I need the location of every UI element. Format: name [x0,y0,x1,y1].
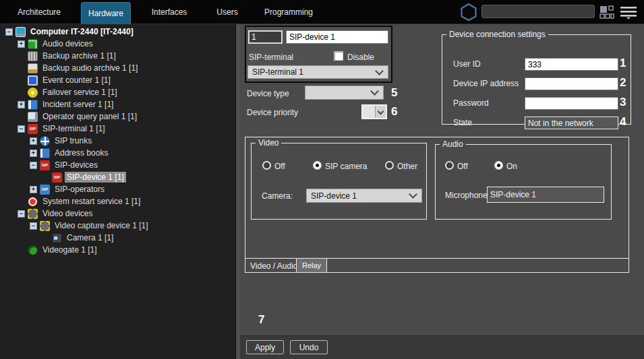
tree-item-system-restart-service-1-1[interactable]: System restart service 1 [1] [0,195,235,207]
tree-item-label[interactable]: Failover service 1 [1] [40,87,119,98]
tree-item-sip-trunks[interactable]: +SIP trunks [0,135,235,147]
hamburger-menu-icon[interactable] [620,5,637,20]
audio-on-radio[interactable] [494,161,503,170]
tree-item-label[interactable]: SIP-devices [53,160,100,170]
expand-icon[interactable]: + [30,137,37,145]
tab-programming[interactable]: Programming [262,7,316,17]
device-type-select[interactable] [305,86,384,100]
tree-item-label[interactable]: Event counter 1 [1] [40,75,113,86]
tree-item-videogate-1-1[interactable]: Videogate 1 [1] [0,244,235,256]
tree-item-incident-server-1-1[interactable]: +Incident server 1 [1] [0,98,235,110]
tree-item-label[interactable]: SIP-terminal 1 [1] [40,123,107,134]
tree-item-label[interactable]: SIP trunks [53,135,94,146]
dropdown-button[interactable] [375,106,386,118]
apply-button[interactable]: Apply [246,340,284,354]
tree-item-label[interactable]: SIP-operators [53,184,107,195]
tab-interfaces[interactable]: Interfaces [142,7,197,17]
chevron-down-icon [370,87,379,96]
tree-item-video-capture-device-1-1[interactable]: −Video capture device 1 [1] [0,220,235,232]
tree-item-camera-1-1[interactable]: Camera 1 [1] [0,232,235,244]
tree-item-label[interactable]: Computer IT-2440 [IT-2440] [28,26,136,37]
device-ip-field[interactable] [525,77,618,90]
video-sip-camera-radio[interactable] [313,161,322,170]
video-sip-camera-label: SIP camera [325,162,367,171]
tree-item-sip-devices[interactable]: −SIP-devices [0,159,235,171]
collapse-icon[interactable]: − [18,210,25,218]
disable-label: Disable [347,53,374,62]
video-off-label: Off [274,162,285,171]
tree-item-backup-audio-archive-1-1[interactable]: Backup audio archive 1 [1] [0,62,235,74]
tree-item-sip-device-1-1[interactable]: SIP-device 1 [1] [0,171,235,183]
tab-users[interactable]: Users [210,7,245,17]
chip-icon [28,209,38,219]
camera-value: SIP-device 1 [311,191,357,201]
tree-item-label[interactable]: System restart service 1 [1] [40,196,142,207]
camera-select[interactable]: SIP-device 1 [306,189,422,203]
tree-item-video-devices[interactable]: −Video devices [0,207,235,220]
tree-item-computer-it-2440-it-2440[interactable]: −Computer IT-2440 [IT-2440] [0,26,235,38]
collapse-icon[interactable]: − [18,125,25,133]
failover-icon [28,88,38,98]
tree-item-address-books[interactable]: +Address books [0,147,235,159]
hexagon-logo-icon [460,3,477,22]
callout-7: 7 [258,313,264,327]
collapse-icon[interactable]: − [30,222,37,230]
tree-item-label[interactable]: SIP-device 1 [1] [65,172,126,183]
video-group: Video Off SIP camera Other Camera: SIP-d… [251,138,427,220]
tree-item-label[interactable]: Video capture device 1 [1] [53,220,150,231]
video-off-radio[interactable] [262,161,271,170]
computer-icon [16,27,26,37]
object-id-field[interactable] [248,30,283,44]
tab-relay[interactable]: Relay [296,258,327,273]
tree-item-label[interactable]: Camera 1 [1] [65,232,115,243]
tree-item-label[interactable]: Video devices [40,208,95,219]
event-counter-icon [28,75,38,86]
tree-item-backup-archive-1-1[interactable]: Backup archive 1 [1] [0,50,235,62]
microphone-label: Microphone: [445,191,490,200]
tree-item-label[interactable]: Backup audio archive 1 [1] [40,63,140,73]
tab-page: Video Off SIP camera Other Camera: SIP-d… [245,137,629,273]
video-other-radio[interactable] [385,161,394,170]
tab-architecture[interactable]: Architecture [13,7,65,17]
user-id-field[interactable] [525,58,618,71]
tree-item-label[interactable]: Incident server 1 [1] [40,99,115,110]
collapse-icon[interactable]: − [30,162,37,169]
layout-grid-icon[interactable] [599,5,614,19]
globe-icon [40,136,50,146]
tree-item-label[interactable]: Address books [53,148,110,158]
undo-button[interactable]: Undo [290,340,328,354]
tree-item-label[interactable]: Videogate 1 [1] [40,244,99,255]
panel-splitter[interactable] [235,24,240,359]
expand-icon[interactable]: + [18,101,25,108]
audio-card-icon [28,39,38,49]
microphone-value: SIP-device 1 [487,187,604,203]
chip-icon [40,221,50,231]
tree-item-label[interactable]: Operator query panel 1 [1] [40,111,139,122]
tree-item-failover-service-1-1[interactable]: Failover service 1 [1] [0,86,235,98]
expand-icon[interactable]: + [30,186,37,193]
audio-off-radio[interactable] [445,161,454,170]
tree-item-audio-devices[interactable]: +Audio devices [0,38,235,50]
device-priority-select[interactable] [361,104,387,119]
tree-item-event-counter-1-1[interactable]: Event counter 1 [1] [0,74,235,86]
password-field[interactable] [525,97,618,110]
book-icon [40,148,50,158]
parent-terminal-select[interactable]: SIP-terminal 1 [247,65,388,79]
tree-item-sip-terminal-1-1[interactable]: −SIP-terminal 1 [1] [0,123,235,135]
expand-icon[interactable]: + [18,40,25,48]
videogate-icon [28,245,38,255]
tree-item-sip-operators[interactable]: +SIP-operators [0,183,235,195]
search-input[interactable] [481,5,595,18]
collapse-icon[interactable]: − [5,28,13,36]
disable-checkbox[interactable] [334,51,343,61]
tree-item-label[interactable]: Backup archive 1 [1] [40,51,118,61]
sip-red-icon [28,124,38,134]
sip-blue-icon [40,185,50,195]
tree-item-label[interactable]: Audio devices [40,38,95,49]
sip-red-icon [40,160,50,170]
expand-icon[interactable]: + [30,150,37,157]
tree-item-operator-query-panel-1-1[interactable]: Operator query panel 1 [1] [0,110,235,123]
tab-hardware[interactable]: Hardware [81,2,131,24]
tab-video-audio[interactable]: Video / Audio [250,261,298,271]
object-name-field[interactable] [286,30,388,44]
